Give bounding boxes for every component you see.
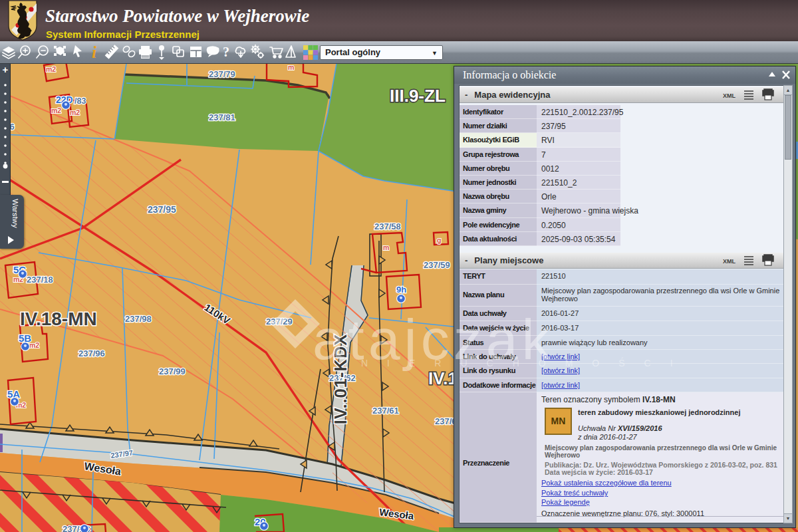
svg-text:237/96: 237/96 — [78, 348, 105, 358]
svg-text:237/95: 237/95 — [148, 204, 176, 215]
svg-text:237/29: 237/29 — [266, 317, 293, 327]
svg-text:IV.18-MN: IV.18-MN — [20, 309, 97, 329]
svg-text:237/79: 237/79 — [209, 69, 235, 79]
svg-text:m2: m2 — [51, 106, 61, 114]
svg-text:IV..01-KDX: IV..01-KDX — [331, 334, 350, 425]
svg-text:237/99: 237/99 — [159, 366, 186, 376]
svg-text:/83: /83 — [74, 96, 86, 106]
svg-text:237/59: 237/59 — [424, 260, 450, 270]
svg-text:237/61: 237/61 — [372, 406, 399, 416]
svg-text:m2: m2 — [29, 341, 39, 349]
svg-text:i: i — [92, 43, 96, 61]
svg-text:?: ? — [223, 45, 229, 59]
svg-text:g: g — [437, 236, 441, 244]
svg-text:+: + — [3, 64, 9, 75]
svg-text:237/18: 237/18 — [27, 275, 53, 285]
svg-text:m: m — [383, 243, 389, 251]
svg-text:m2: m2 — [70, 108, 80, 116]
svg-text:m: m — [288, 64, 294, 71]
svg-text:XML: XML — [723, 258, 736, 265]
svg-text:XML: XML — [723, 92, 736, 99]
svg-text:m2: m2 — [46, 65, 56, 73]
svg-text:237/58: 237/58 — [374, 221, 401, 231]
svg-text:Warstwy: Warstwy — [11, 199, 19, 228]
svg-text:III.9-ZL: III.9-ZL — [390, 86, 446, 106]
svg-text:237/81: 237/81 — [209, 112, 235, 122]
svg-text:9h: 9h — [396, 285, 406, 295]
svg-text:237/98: 237/98 — [125, 314, 152, 324]
